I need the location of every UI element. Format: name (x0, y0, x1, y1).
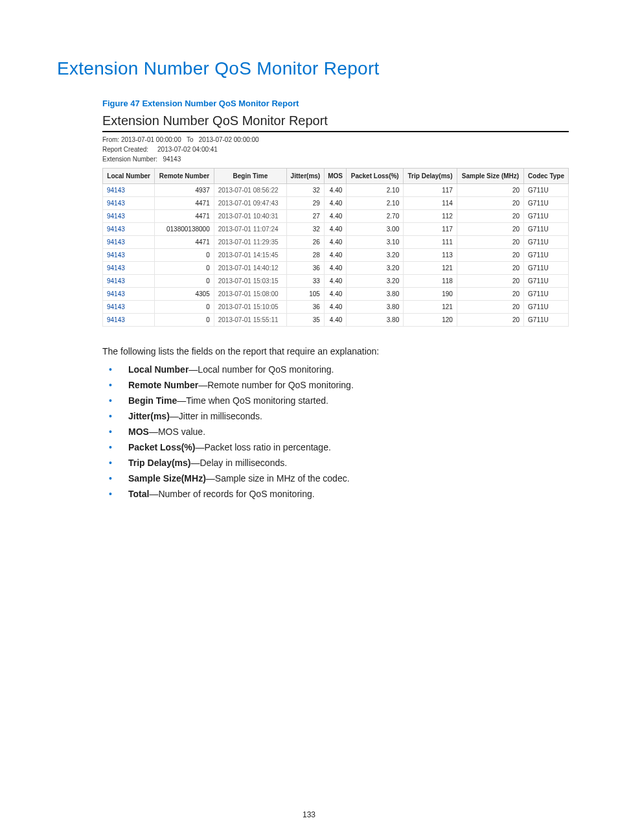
table-cell: 27 (286, 210, 324, 223)
table-cell: 0 (155, 262, 214, 275)
field-desc: —Packet loss ratio in percentage. (195, 442, 330, 452)
table-cell: 94143 (103, 197, 155, 210)
table-cell: 94143 (103, 314, 155, 327)
table-cell: 4.40 (324, 275, 346, 288)
table-cell: 3.10 (347, 236, 404, 249)
table-cell: 4471 (155, 210, 214, 223)
table-cell: 4.40 (324, 262, 346, 275)
table-cell: 94143 (103, 262, 155, 275)
table-cell: 0 (155, 314, 214, 327)
from-value: 2013-07-01 00:00:00 (121, 136, 181, 143)
table-cell: 32 (286, 184, 324, 197)
list-item: Local Number—Local number for QoS monito… (102, 362, 566, 377)
field-name: MOS (128, 426, 149, 437)
table-row: 9414302013-07-01 15:03:15334.403.2011820… (103, 275, 569, 288)
field-desc: —Delay in milliseconds. (190, 458, 287, 468)
table-cell: 20 (457, 275, 523, 288)
table-header-cell: Packet Loss(%) (347, 169, 404, 184)
table-cell: 0 (155, 249, 214, 262)
table-cell: 3.80 (347, 314, 404, 327)
figure-caption: Figure 47 Extension Number QoS Monitor R… (102, 99, 566, 108)
field-desc: —Local number for QoS monitoring. (189, 364, 334, 375)
table-header-cell: Jitter(ms) (286, 169, 324, 184)
table-row: 9414302013-07-01 15:55:11354.403.8012020… (103, 314, 569, 327)
table-cell: G711U (524, 314, 569, 327)
table-cell: 120 (404, 314, 457, 327)
table-row: 9414302013-07-01 14:40:12364.403.2012120… (103, 262, 569, 275)
table-cell: 3.20 (347, 262, 404, 275)
table-cell: 3.20 (347, 249, 404, 262)
table-row: 941430138001380002013-07-01 11:07:24324.… (103, 223, 569, 236)
table-cell: 114 (404, 197, 457, 210)
table-cell: 4.40 (324, 288, 346, 301)
table-row: 9414302013-07-01 15:10:05364.403.8012120… (103, 301, 569, 314)
table-cell: 35 (286, 314, 324, 327)
field-desc: —MOS value. (149, 426, 205, 437)
to-label: To (187, 136, 194, 143)
table-cell: 2013-07-01 08:56:22 (214, 184, 286, 197)
page-number: 133 (0, 810, 618, 819)
table-cell: 94143 (103, 210, 155, 223)
table-header-cell: Local Number (103, 169, 155, 184)
table-cell: 3.80 (347, 288, 404, 301)
table-row: 9414349372013-07-01 08:56:22324.402.1011… (103, 184, 569, 197)
field-name: Packet Loss(%) (128, 442, 195, 452)
table-cell: 20 (457, 197, 523, 210)
table-cell: G711U (524, 288, 569, 301)
created-label: Report Created: (102, 146, 148, 153)
table-cell: G711U (524, 184, 569, 197)
table-cell: G711U (524, 197, 569, 210)
table-cell: 111 (404, 236, 457, 249)
table-row: 9414302013-07-01 14:15:45284.403.2011320… (103, 249, 569, 262)
table-cell: G711U (524, 236, 569, 249)
table-cell: G711U (524, 210, 569, 223)
table-cell: 33 (286, 275, 324, 288)
field-desc: —Sample size in MHz of the codec. (206, 473, 350, 484)
table-cell: G711U (524, 301, 569, 314)
table-cell: 4.40 (324, 184, 346, 197)
table-row: 9414344712013-07-01 09:47:43294.402.1011… (103, 197, 569, 210)
table-cell: 20 (457, 184, 523, 197)
table-cell: G711U (524, 275, 569, 288)
table-cell: 4.40 (324, 314, 346, 327)
table-cell: 2013-07-01 11:07:24 (214, 223, 286, 236)
list-item: Sample Size(MHz)—Sample size in MHz of t… (102, 471, 566, 486)
table-header-cell: Begin Time (214, 169, 286, 184)
page-title: Extension Number QoS Monitor Report (57, 58, 566, 79)
table-cell: 2013-07-01 15:08:00 (214, 288, 286, 301)
table-cell: 190 (404, 288, 457, 301)
table-cell: 20 (457, 210, 523, 223)
table-cell: 94143 (103, 275, 155, 288)
table-cell: 20 (457, 223, 523, 236)
table-body: 9414349372013-07-01 08:56:22324.402.1011… (103, 184, 569, 327)
table-cell: 2.70 (347, 210, 404, 223)
table-cell: 20 (457, 236, 523, 249)
ext-value: 94143 (163, 156, 181, 163)
table-row: 9414344712013-07-01 11:29:35264.403.1011… (103, 236, 569, 249)
table-header-row: Local NumberRemote NumberBegin TimeJitte… (103, 169, 569, 184)
table-header-cell: Trip Delay(ms) (404, 169, 457, 184)
table-cell: 0 (155, 275, 214, 288)
intro-text: The following lists the fields on the re… (102, 346, 566, 356)
list-item: MOS—MOS value. (102, 424, 566, 439)
table-cell: 2013-07-01 09:47:43 (214, 197, 286, 210)
table-cell: 3.00 (347, 223, 404, 236)
table-cell: 2013-07-01 10:40:31 (214, 210, 286, 223)
table-cell: G711U (524, 223, 569, 236)
field-desc: —Number of records for QoS monitoring. (149, 489, 314, 499)
table-cell: 2013-07-01 11:29:35 (214, 236, 286, 249)
table-cell: 2013-07-01 15:03:15 (214, 275, 286, 288)
table-cell: 4.40 (324, 210, 346, 223)
table-cell: 20 (457, 249, 523, 262)
table-cell: 3.80 (347, 301, 404, 314)
table-cell: 94143 (103, 249, 155, 262)
table-cell: 3.20 (347, 275, 404, 288)
table-cell: 4.40 (324, 249, 346, 262)
table-cell: 121 (404, 262, 457, 275)
table-cell: 4471 (155, 236, 214, 249)
list-item: Trip Delay(ms)—Delay in milliseconds. (102, 455, 566, 471)
table-cell: 4305 (155, 288, 214, 301)
table-cell: 94143 (103, 184, 155, 197)
table-cell: 2.10 (347, 184, 404, 197)
table-cell: 4.40 (324, 236, 346, 249)
